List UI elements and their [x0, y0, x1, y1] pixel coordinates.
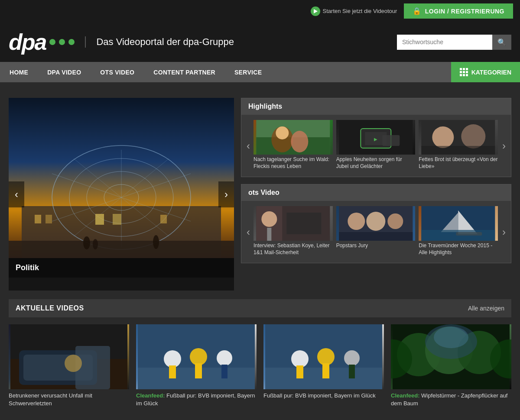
- ots-caption-1: Interview: Sebastian Koye, Leiter 1&1 Ma…: [254, 241, 333, 258]
- svg-point-31: [432, 126, 454, 148]
- hero-dome-svg: [9, 98, 234, 258]
- svg-rect-33: [422, 146, 495, 155]
- ots-video-title: ots Video: [241, 184, 511, 201]
- search-box: 🔍: [397, 35, 511, 50]
- video-thumb-svg-3: [263, 324, 384, 389]
- aktuelle-title: AKTUELLE VIDEOS: [16, 304, 84, 312]
- video-thumb-2: [136, 324, 257, 389]
- alle-anzeigen-link[interactable]: Alle anzeigen: [468, 305, 504, 312]
- highlight-thumb-2: ▶: [336, 120, 416, 155]
- svg-point-59: [190, 348, 207, 365]
- svg-rect-15: [160, 215, 167, 223]
- nav-item-content-partner[interactable]: CONTENT PARTNER: [144, 63, 225, 82]
- highlights-prev-arrow[interactable]: ‹: [245, 140, 252, 152]
- video-card-4[interactable]: Cleanfeed: Wipfelstürmer - Zapfenpflücke…: [391, 324, 511, 407]
- video-thumb-svg-4: [391, 324, 511, 389]
- lock-icon: 🔒: [413, 7, 422, 15]
- cleanfeed-tag-4: Cleanfeed:: [391, 392, 419, 399]
- ots-thumb-svg-1: [254, 206, 333, 241]
- ots-thumb-2: [336, 206, 416, 241]
- ots-carousel: ‹ Interview: Seb: [241, 201, 511, 263]
- highlight-caption-1: Nach tagelanger Suche im Wald: Fleckis n…: [254, 155, 333, 171]
- video-title-4: Cleanfeed: Wipfelstürmer - Zapfenpflücke…: [391, 392, 511, 407]
- svg-rect-48: [422, 230, 495, 241]
- svg-point-69: [344, 350, 360, 366]
- nav-item-ots-video[interactable]: OTS VIDEO: [91, 63, 144, 82]
- ots-next-arrow[interactable]: ›: [500, 226, 507, 238]
- kategorien-label: KATEGORIEN: [471, 69, 511, 76]
- svg-rect-68: [322, 363, 329, 378]
- hero-image: [9, 98, 234, 258]
- login-button[interactable]: 🔒 LOGIN / REGISTRIERUNG: [404, 3, 513, 19]
- ots-caption-2: Popstars Jury: [336, 241, 416, 251]
- grid-icon: [460, 68, 468, 76]
- nav-item-service[interactable]: SERVICE: [225, 63, 271, 82]
- video-card-2[interactable]: Cleanfeed: Fußball pur: BVB imponiert, B…: [136, 324, 257, 407]
- video-card-3[interactable]: Fußball pur: BVB imponiert, Bayern im Gl…: [263, 324, 384, 407]
- hero-section: Politik ‹ ›: [9, 98, 234, 291]
- ots-thumb-svg-3: [419, 206, 498, 241]
- highlight-caption-3: Fettes Brot ist überzeugt «Von der Liebe…: [419, 155, 498, 171]
- svg-point-36: [261, 211, 277, 227]
- svg-rect-16: [9, 241, 234, 258]
- dpa-logo-text: dpa: [9, 29, 46, 55]
- svg-rect-66: [296, 365, 303, 378]
- ots-prev-arrow[interactable]: ‹: [245, 226, 252, 238]
- svg-text:▶: ▶: [374, 137, 377, 142]
- highlight-thumb-svg-1: [254, 120, 333, 155]
- svg-point-32: [462, 124, 486, 149]
- video-tour-link[interactable]: Starten Sie jetzt die Videotour: [311, 6, 397, 16]
- nav-items: HOME DPA VIDEO OTS VIDEO CONTENT PARTNER…: [0, 63, 451, 82]
- aktuelle-videos-section: AKTUELLE VIDEOS Alle anzeigen Betrunkene…: [0, 299, 520, 416]
- svg-rect-14: [113, 214, 121, 225]
- ots-thumb-1: [254, 206, 333, 241]
- video-thumb-3: [263, 324, 384, 389]
- main-nav: HOME DPA VIDEO OTS VIDEO CONTENT PARTNER…: [0, 62, 520, 82]
- video-grid: Betrunkener verursacht Unfall mit Schwer…: [9, 324, 511, 407]
- svg-rect-62: [221, 365, 228, 378]
- header-title: Das Videoportal der dpa-Gruppe: [85, 36, 234, 48]
- ots-thumb-3: [419, 206, 498, 241]
- login-label: LOGIN / REGISTRIERUNG: [425, 8, 504, 15]
- hero-caption: Politik: [9, 258, 234, 278]
- search-icon: 🔍: [497, 39, 506, 46]
- highlights-next-arrow[interactable]: ›: [500, 140, 507, 152]
- nav-item-dpa-video[interactable]: DPA VIDEO: [38, 63, 91, 82]
- highlights-carousel: ‹ Nach tagelange: [241, 115, 511, 177]
- nav-item-home[interactable]: HOME: [0, 63, 38, 82]
- ots-thumb-svg-2: [336, 206, 416, 241]
- hero-next-arrow[interactable]: ›: [218, 181, 234, 207]
- video-title-2: Cleanfeed: Fußball pur: BVB imponiert, B…: [136, 392, 257, 407]
- highlight-item-3[interactable]: Fettes Brot ist überzeugt «Von der Liebe…: [419, 120, 498, 171]
- svg-point-24: [276, 126, 289, 139]
- svg-rect-11: [35, 215, 41, 223]
- kategorien-button[interactable]: KATEGORIEN: [451, 62, 520, 82]
- search-button[interactable]: 🔍: [492, 35, 511, 50]
- ots-items: Interview: Sebastian Koye, Leiter 1&1 Ma…: [254, 206, 499, 258]
- highlight-item-1[interactable]: Nach tagelanger Suche im Wald: Fleckis n…: [254, 120, 333, 171]
- svg-point-17: [83, 236, 90, 249]
- svg-rect-29: [382, 135, 400, 146]
- svg-point-23: [291, 131, 308, 152]
- dot-2: [59, 39, 65, 45]
- search-input[interactable]: [397, 35, 492, 49]
- svg-rect-37: [267, 228, 271, 241]
- top-bar: Starten Sie jetzt die Videotour 🔒 LOGIN …: [0, 0, 520, 22]
- cleanfeed-tag-2: Cleanfeed:: [136, 392, 165, 399]
- highlight-caption-2: Apples Neuheiten sorgen für Jubel und Ge…: [336, 155, 416, 171]
- ots-item-1[interactable]: Interview: Sebastian Koye, Leiter 1&1 Ma…: [254, 206, 333, 258]
- video-card-1[interactable]: Betrunkener verursacht Unfall mit Schwer…: [9, 324, 129, 407]
- ots-caption-3: Die Travemünder Woche 2015 - Alle Highli…: [419, 241, 498, 258]
- video-thumb-svg-2: [136, 324, 257, 389]
- svg-point-19: [153, 235, 159, 249]
- ots-item-3[interactable]: Die Travemünder Woche 2015 - Alle Highli…: [419, 206, 498, 258]
- hero-prev-arrow[interactable]: ‹: [9, 181, 24, 207]
- svg-point-67: [317, 348, 335, 365]
- svg-rect-43: [339, 232, 413, 241]
- dot-1: [49, 39, 55, 45]
- video-thumb-1: [9, 324, 129, 389]
- aktuelle-header: AKTUELLE VIDEOS Alle anzeigen: [9, 299, 511, 317]
- svg-rect-60: [195, 363, 202, 378]
- highlight-item-2[interactable]: ▶ Apples Neuheiten sorgen für Jubel und …: [336, 120, 416, 171]
- ots-item-2[interactable]: Popstars Jury: [336, 206, 416, 258]
